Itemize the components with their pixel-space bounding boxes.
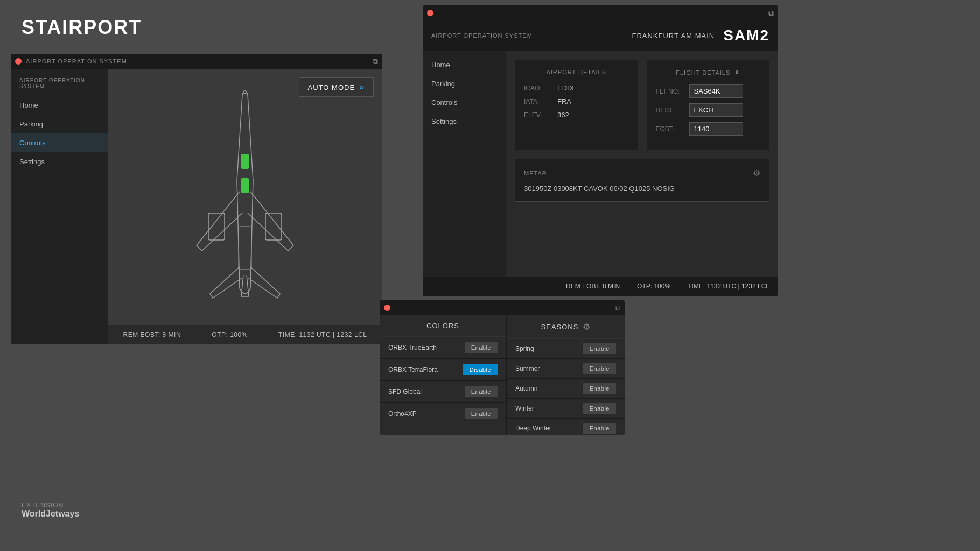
aos-close-button[interactable] — [427, 10, 433, 16]
logo-text: STAIRPORT — [22, 16, 142, 39]
elev-label: ELEV: — [524, 111, 551, 119]
deep-winter-button[interactable]: Enable — [583, 423, 616, 434]
aos-copy-icon[interactable]: ⧉ — [768, 9, 774, 18]
main-content-area: AUTO MODE » — [108, 69, 382, 344]
colors-copy-icon[interactable]: ⧉ — [615, 303, 620, 313]
svg-rect-1 — [265, 213, 282, 240]
time-label: TIME: — [278, 331, 297, 338]
aos-airport-name: FRANKFURT AM MAIN — [632, 32, 715, 40]
auto-mode-label: AUTO MODE — [308, 83, 355, 91]
sam2-logo: SAM2 — [723, 27, 769, 44]
extension-name: WorldJetways — [22, 509, 79, 519]
main-window: AIRPORT OPERATION SYSTEM ⧉ AIRPORT OPERA… — [11, 54, 382, 344]
orbx-trueearth-label: ORBX TrueEarth — [388, 344, 437, 351]
orbx-terraflora-label: ORBX TerraFlora — [388, 366, 438, 373]
metar-title: METAR — [524, 170, 547, 176]
airport-details-title: AIRPORT DETAILS — [524, 69, 629, 75]
colors-close-button[interactable] — [384, 305, 390, 311]
eobt-row: EOBT: — [656, 122, 761, 136]
aos-main-content: AIRPORT DETAILS ICAO: EDDF IATA: FRA ELE… — [506, 51, 778, 296]
spring-label: Spring — [515, 345, 534, 352]
details-row: AIRPORT DETAILS ICAO: EDDF IATA: FRA ELE… — [515, 60, 769, 150]
dest-row: DEST: — [656, 103, 761, 117]
sidebar-item-settings[interactable]: Settings — [11, 152, 108, 171]
aos-navigation: Home Parking Controls Settings AIRPORT D… — [423, 51, 778, 296]
flight-details-title: FLIGHT DETAILS — [676, 69, 730, 76]
deep-winter-label: Deep Winter — [515, 425, 551, 432]
metar-header: METAR ⚙ — [524, 168, 760, 178]
elev-row: ELEV: 362 — [524, 111, 629, 119]
colors-seasons-window: ⧉ COLORS ORBX TrueEarth Enable ORBX Terr… — [380, 300, 625, 435]
sidebar-title: AIRPORT OPERATION SYSTEM — [11, 73, 108, 96]
colors-panel: COLORS ORBX TrueEarth Enable ORBX TerraF… — [380, 315, 506, 435]
metar-gear-icon[interactable]: ⚙ — [753, 168, 760, 178]
winter-label: Winter — [515, 405, 534, 412]
seasons-header: SEASONS ⚙ — [507, 315, 625, 339]
elev-value: 362 — [557, 111, 569, 119]
aos-sidebar-parking[interactable]: Parking — [423, 74, 506, 93]
dest-input[interactable] — [689, 103, 743, 117]
eobt-label: EOBT: — [656, 125, 683, 133]
otp-value: 100% — [230, 331, 248, 338]
svg-rect-3 — [241, 178, 249, 193]
icao-label: ICAO: — [524, 84, 551, 92]
season-winter: Winter Enable — [507, 399, 625, 419]
metar-card: METAR ⚙ 301950Z 03008KT CAVOK 06/02 Q102… — [515, 159, 769, 202]
rem-eobt-label: REM EOBT: — [123, 331, 160, 338]
aos-sidebar-home[interactable]: Home — [423, 55, 506, 74]
main-close-button[interactable] — [15, 58, 22, 65]
winter-button[interactable]: Enable — [583, 403, 616, 414]
colors-window-body: COLORS ORBX TrueEarth Enable ORBX TerraF… — [380, 315, 625, 435]
download-icon[interactable]: ⬇ — [734, 69, 740, 76]
aos-sidebar: Home Parking Controls Settings — [423, 51, 506, 296]
sfd-global-label: SFD Global — [388, 388, 422, 395]
sidebar-item-parking[interactable]: Parking — [11, 115, 108, 133]
main-window-layout: AIRPORT OPERATION SYSTEM Home Parking Co… — [11, 69, 382, 344]
otp-status: OTP: 100% — [212, 331, 248, 338]
colors-title-bar: ⧉ — [380, 300, 625, 315]
main-title-bar: AIRPORT OPERATION SYSTEM ⧉ — [11, 54, 382, 69]
autumn-label: Autumn — [515, 385, 537, 392]
main-window-title: AIRPORT OPERATION SYSTEM — [26, 58, 368, 65]
icao-value: EDDF — [557, 84, 576, 92]
aos-otp: OTP: 100% — [637, 282, 670, 290]
spring-button[interactable]: Enable — [583, 343, 616, 354]
season-summer: Summer Enable — [507, 359, 625, 379]
flt-no-input[interactable] — [689, 84, 743, 98]
ortho4xp-button[interactable]: Enable — [465, 408, 498, 419]
aos-sidebar-controls[interactable]: Controls — [423, 93, 506, 112]
aircraft-svg — [170, 84, 320, 310]
svg-rect-4 — [239, 227, 251, 270]
colors-sfd-global: SFD Global Enable — [380, 381, 506, 403]
rem-eobt-status: REM EOBT: 8 MIN — [123, 331, 181, 338]
autumn-button[interactable]: Enable — [583, 383, 616, 394]
flt-no-row: FLT NO: — [656, 84, 761, 98]
aos-sidebar-settings[interactable]: Settings — [423, 112, 506, 131]
aos-title-bar: ⧉ — [423, 5, 778, 20]
season-spring: Spring Enable — [507, 339, 625, 359]
orbx-terraflora-button[interactable]: Disable — [463, 364, 498, 375]
sfd-global-button[interactable]: Enable — [465, 386, 498, 397]
extension-info: EXTENSION WorldJetways — [22, 501, 79, 519]
otp-label: OTP: — [212, 331, 228, 338]
aos-header: AIRPORT OPERATION SYSTEM FRANKFURT AM MA… — [423, 20, 778, 51]
auto-mode-button[interactable]: AUTO MODE » — [299, 77, 374, 97]
season-deep-winter: Deep Winter Enable — [507, 419, 625, 435]
season-autumn: Autumn Enable — [507, 379, 625, 399]
colors-ortho4xp: Ortho4XP Enable — [380, 403, 506, 425]
sidebar-item-controls[interactable]: Controls — [11, 133, 108, 152]
aos-window-title: AIRPORT OPERATION SYSTEM — [431, 32, 533, 39]
eobt-input[interactable] — [689, 122, 743, 136]
main-status-bar: REM EOBT: 8 MIN OTP: 100% TIME: 1132 UTC… — [108, 325, 382, 344]
metar-text: 301950Z 03008KT CAVOK 06/02 Q1025 NOSIG — [524, 185, 760, 193]
aos-rem-eobt: REM EOBT: 8 MIN — [566, 282, 620, 290]
time-status: TIME: 1132 UTC | 1232 LCL — [278, 331, 367, 338]
orbx-trueearth-button[interactable]: Enable — [465, 342, 498, 353]
ortho4xp-label: Ortho4XP — [388, 410, 417, 418]
iata-row: IATA: FRA — [524, 97, 629, 105]
seasons-gear-icon[interactable]: ⚙ — [583, 322, 590, 332]
aos-brand: FRANKFURT AM MAIN SAM2 — [632, 27, 769, 44]
main-copy-icon[interactable]: ⧉ — [373, 57, 378, 66]
sidebar-item-home[interactable]: Home — [11, 96, 108, 115]
summer-button[interactable]: Enable — [583, 363, 616, 374]
